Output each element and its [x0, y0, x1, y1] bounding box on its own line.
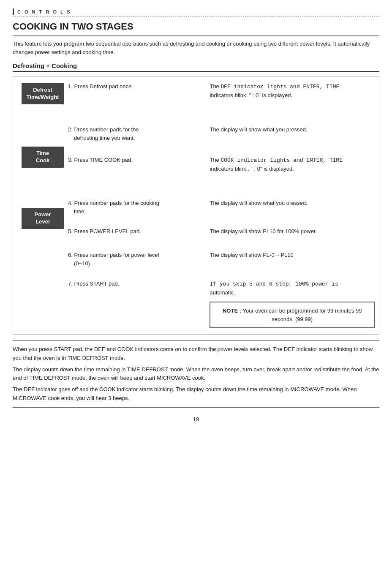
note-text: Your oven can be programmed for 99 minut…: [242, 308, 362, 322]
steps-column: 1. Press Defrost pad once. 2. Press numb…: [68, 82, 210, 328]
step-6: 6. Press number pads for power level (0~…: [68, 251, 205, 275]
time-cook-button-slot: Time Cook: [17, 146, 68, 184]
defrost-button-slot: Defrost Time/Weight: [17, 82, 68, 120]
footer-text: When you press START pad, the DEF and CO…: [13, 340, 379, 408]
section-title: Defrosting + Cooking: [13, 62, 379, 72]
step-3: 3. Press TIME COOK pad.: [68, 156, 205, 194]
result-4: The display will show what you pressed.: [210, 199, 375, 222]
header-divider: [13, 16, 379, 17]
intro-text: This feature lets you program two sequen…: [13, 40, 379, 56]
result-6: The display will show PL-0 ~ PL10: [210, 251, 375, 275]
defrost-button[interactable]: Defrost Time/Weight: [22, 83, 64, 104]
power-level-button[interactable]: Power Level: [22, 208, 64, 229]
header-title: C O N T R O L S: [17, 9, 71, 14]
step-4: 4. Press number pads for the cooking tim…: [68, 199, 205, 222]
footer-paragraph-1: When you press START pad, the DEF and CO…: [13, 345, 379, 363]
controls-header: C O N T R O L S: [13, 8, 379, 15]
results-column: The DEF indicator lights and ENTER, TIME…: [210, 82, 375, 328]
page-number: 18: [13, 416, 379, 422]
result-7: If you skip 5 and 6 step, 100% power is …: [210, 280, 375, 297]
result-2: The display will show what you pressed.: [210, 125, 375, 151]
result-3: The COOK indicator lights and ENTER, TIM…: [210, 156, 375, 194]
step-1: 1. Press Defrost pad once.: [68, 82, 205, 120]
footer-paragraph-3: The DEF indicator goes off and the COOK …: [13, 385, 379, 403]
note-box: NOTE : Your oven can be programmed for 9…: [210, 302, 375, 328]
step-2: 2. Press number pads for the defrosting …: [68, 125, 205, 151]
main-content-area: Defrost Time/Weight Time Cook Power Leve…: [13, 76, 379, 335]
three-column-layout: Defrost Time/Weight Time Cook Power Leve…: [17, 82, 375, 328]
time-cook-button[interactable]: Time Cook: [22, 147, 64, 168]
spacer1: [17, 120, 68, 146]
note-label: NOTE :: [223, 308, 241, 314]
step-7: 7. Press START pad.: [68, 280, 205, 288]
step-5: 5. Press POWER LEVEL pad.: [68, 227, 205, 246]
result-1: The DEF indicator lights and ENTER, TIME…: [210, 82, 375, 120]
result-5: The display will show PL10 for 100% powe…: [210, 227, 375, 246]
page-title: COOKING IN TWO STAGES: [13, 21, 379, 36]
footer-paragraph-2: The display counts down the time remaini…: [13, 365, 379, 383]
buttons-column: Defrost Time/Weight Time Cook Power Leve…: [17, 82, 68, 328]
power-level-button-slot: Power Level: [17, 207, 68, 249]
spacer2: [17, 184, 68, 207]
